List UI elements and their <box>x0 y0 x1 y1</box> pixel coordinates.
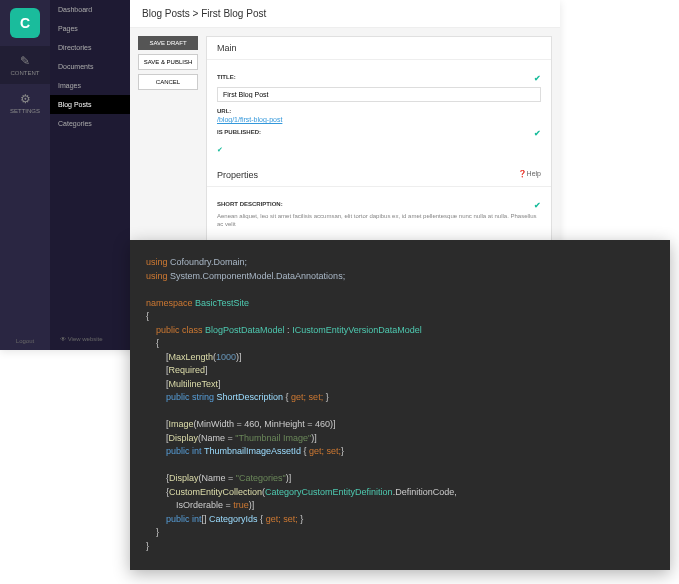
rail-content[interactable]: ✎ CONTENT <box>0 46 50 84</box>
save-draft-button[interactable]: SAVE DRAFT <box>138 36 198 50</box>
help-icon: ❓ <box>518 170 527 177</box>
code-content: using Cofoundry.Domain; using System.Com… <box>146 256 654 553</box>
published-label: IS PUBLISHED: ✔ <box>217 129 541 138</box>
published-check-icon: ✔ <box>217 146 223 153</box>
properties-section-title: Properties <box>217 170 258 180</box>
properties-section-head: Properties ❓Help <box>207 164 551 187</box>
gear-icon: ⚙ <box>0 92 50 106</box>
url-label: URL: <box>217 108 541 114</box>
sidebar-item-images[interactable]: Images <box>50 76 130 95</box>
help-link[interactable]: ❓Help <box>518 170 541 180</box>
save-publish-button[interactable]: SAVE & PUBLISH <box>138 54 198 70</box>
sidebar-item-pages[interactable]: Pages <box>50 19 130 38</box>
sidebar-item-dashboard[interactable]: Dashboard <box>50 0 130 19</box>
check-icon: ✔ <box>534 74 541 83</box>
code-panel: using Cofoundry.Domain; using System.Com… <box>130 240 670 570</box>
sidebar: Dashboard Pages Directories Documents Im… <box>50 0 130 350</box>
logout-link[interactable]: Logout <box>10 332 40 350</box>
view-website-link[interactable]: 👁 View website <box>56 332 107 346</box>
breadcrumb: Blog Posts > First Blog Post <box>130 0 560 28</box>
main-section-title: Main <box>217 43 237 53</box>
check-icon: ✔ <box>534 201 541 210</box>
check-icon: ✔ <box>534 129 541 138</box>
url-link[interactable]: /blog/1/first-blog-post <box>217 116 541 123</box>
short-desc-label: SHORT DESCRIPTION: ✔ <box>217 201 541 210</box>
rail-settings-label: SETTINGS <box>10 108 40 114</box>
title-input[interactable] <box>217 87 541 102</box>
sidebar-item-directories[interactable]: Directories <box>50 38 130 57</box>
main-section-head: Main <box>207 37 551 60</box>
rail-settings[interactable]: ⚙ SETTINGS <box>0 84 50 122</box>
title-label: TITLE: ✔ <box>217 74 541 83</box>
rail-content-label: CONTENT <box>11 70 40 76</box>
eye-icon: 👁 <box>60 336 66 342</box>
pencil-icon: ✎ <box>0 54 50 68</box>
short-desc-text: Aenean aliquet, leo sit amet facilisis a… <box>217 213 541 229</box>
sidebar-item-documents[interactable]: Documents <box>50 57 130 76</box>
cancel-button[interactable]: CANCEL <box>138 74 198 90</box>
sidebar-item-categories[interactable]: Categories <box>50 114 130 133</box>
app-logo[interactable]: C <box>10 8 40 38</box>
icon-rail: C ✎ CONTENT ⚙ SETTINGS Logout <box>0 0 50 350</box>
sidebar-item-blog-posts[interactable]: Blog Posts <box>50 95 130 114</box>
